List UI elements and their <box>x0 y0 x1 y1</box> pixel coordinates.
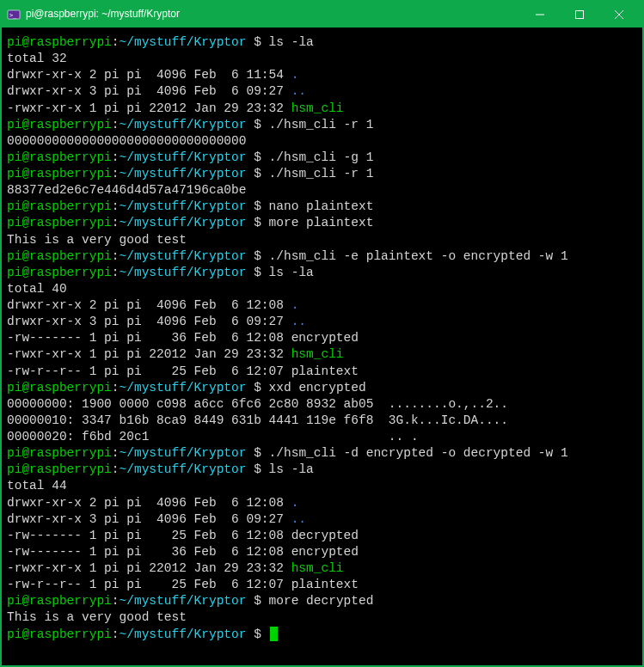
terminal-line: total 32 <box>7 51 637 67</box>
ls-perm: -rwxr-xr-x 1 pi pi 22012 Jan 29 23:32 <box>7 561 291 575</box>
terminal-line: pi@raspberrypi:~/mystuff/Kryptor $ ls -l… <box>7 34 637 51</box>
prompt-sep: : <box>112 167 120 181</box>
maximize-button[interactable] <box>560 2 599 28</box>
ls-perm: -rw------- 1 pi pi 36 Feb 6 12:08 <box>7 545 291 559</box>
prompt-end: $ <box>246 35 268 49</box>
prompt-userhost: pi@raspberrypi <box>7 594 112 608</box>
terminal-line: pi@raspberrypi:~/mystuff/Kryptor $ ./hsm… <box>7 150 637 166</box>
prompt-path: ~/mystuff/Kryptor <box>120 462 247 476</box>
terminal-line: 88377ed2e6c7e446d4d57a47196ca0be <box>7 182 637 199</box>
prompt-sep: : <box>112 249 120 263</box>
command-text: ./hsm_cli -d encrypted -o decrypted -w 1 <box>269 446 568 460</box>
close-button[interactable] <box>599 2 639 28</box>
terminal-line: drwxr-xr-x 3 pi pi 4096 Feb 6 09:27 .. <box>7 511 637 528</box>
prompt-end: $ <box>246 627 268 641</box>
ls-filename: hsm_cli <box>291 561 344 575</box>
prompt-userhost: pi@raspberrypi <box>7 199 112 213</box>
prompt-sep: : <box>112 381 120 395</box>
prompt-path: ~/mystuff/Kryptor <box>120 35 247 49</box>
prompt-userhost: pi@raspberrypi <box>7 150 112 164</box>
output-text: This is a very good test <box>7 610 187 624</box>
terminal-window: >_ pi@raspberrypi: ~/mystuff/Kryptor pi@… <box>0 0 644 667</box>
prompt-sep: : <box>112 199 120 213</box>
prompt-end: $ <box>246 249 268 263</box>
prompt-userhost: pi@raspberrypi <box>7 627 112 641</box>
prompt-path: ~/mystuff/Kryptor <box>120 216 247 229</box>
terminal-line: pi@raspberrypi:~/mystuff/Kryptor $ ./hsm… <box>7 117 637 133</box>
terminal-body[interactable]: pi@raspberrypi:~/mystuff/Kryptor $ ls -l… <box>2 28 642 665</box>
minimize-button[interactable] <box>520 2 560 28</box>
shell-prompt: pi@raspberrypi:~/mystuff/Kryptor $ <box>7 216 269 229</box>
maximize-icon <box>575 10 584 19</box>
terminal-line: pi@raspberrypi:~/mystuff/Kryptor $ xxd e… <box>7 380 637 396</box>
prompt-end: $ <box>246 150 268 164</box>
command-text: ls -la <box>269 462 314 476</box>
prompt-sep: : <box>112 594 120 608</box>
shell-prompt: pi@raspberrypi:~/mystuff/Kryptor $ <box>7 446 269 460</box>
ls-perm: drwxr-xr-x 3 pi pi 4096 Feb 6 09:27 <box>7 315 291 328</box>
terminal-line: -rwxr-xr-x 1 pi pi 22012 Jan 29 23:32 hs… <box>7 560 637 577</box>
prompt-userhost: pi@raspberrypi <box>7 462 112 476</box>
output-text: 00000000000000000000000000000000 <box>7 134 246 148</box>
terminal-line: 00000000: 1900 0000 c098 a6cc 6fc6 2c80 … <box>7 396 637 413</box>
ls-filename: . <box>291 298 299 312</box>
command-text: ./hsm_cli -r 1 <box>269 167 374 181</box>
command-text: ./hsm_cli -g 1 <box>269 150 374 164</box>
ls-filename: hsm_cli <box>291 101 344 115</box>
ls-filename: plaintext <box>291 364 359 378</box>
terminal-line: -rwxr-xr-x 1 pi pi 22012 Jan 29 23:32 hs… <box>7 346 637 363</box>
shell-prompt: pi@raspberrypi:~/mystuff/Kryptor $ <box>7 150 269 164</box>
ls-perm: drwxr-xr-x 3 pi pi 4096 Feb 6 09:27 <box>7 84 291 98</box>
ls-perm: drwxr-xr-x 3 pi pi 4096 Feb 6 09:27 <box>7 512 291 526</box>
ls-filename: . <box>291 68 299 82</box>
prompt-path: ~/mystuff/Kryptor <box>120 249 247 263</box>
ls-filename: encrypted <box>291 545 359 559</box>
terminal-line: This is a very good test <box>7 232 637 248</box>
prompt-userhost: pi@raspberrypi <box>7 446 112 460</box>
minimize-icon <box>536 10 544 19</box>
output-text: 00000020: f6bd 20c1 .. . <box>7 430 419 444</box>
close-icon <box>615 10 623 19</box>
ls-filename: decrypted <box>291 529 359 542</box>
prompt-end: $ <box>246 594 268 608</box>
terminal-line: 00000010: 3347 b16b 8ca9 8449 631b 4441 … <box>7 413 637 429</box>
ls-perm: -rw-r--r-- 1 pi pi 25 Feb 6 12:07 <box>7 364 291 378</box>
output-text: 00000000: 1900 0000 c098 a6cc 6fc6 2c80 … <box>7 397 508 411</box>
prompt-path: ~/mystuff/Kryptor <box>120 381 247 395</box>
prompt-end: $ <box>246 381 268 395</box>
terminal-line: drwxr-xr-x 2 pi pi 4096 Feb 6 11:54 . <box>7 67 637 83</box>
shell-prompt: pi@raspberrypi:~/mystuff/Kryptor $ <box>7 249 269 263</box>
terminal-line: pi@raspberrypi:~/mystuff/Kryptor $ nano … <box>7 199 637 215</box>
prompt-end: $ <box>246 118 268 132</box>
shell-prompt: pi@raspberrypi:~/mystuff/Kryptor $ <box>7 594 269 608</box>
output-text: total 32 <box>7 52 67 65</box>
terminal-line: 00000000000000000000000000000000 <box>7 133 637 150</box>
terminal-line: pi@raspberrypi:~/mystuff/Kryptor $ <box>7 627 637 643</box>
shell-prompt: pi@raspberrypi:~/mystuff/Kryptor $ <box>7 627 269 641</box>
prompt-end: $ <box>246 446 268 460</box>
command-text: ls -la <box>269 266 314 279</box>
titlebar[interactable]: >_ pi@raspberrypi: ~/mystuff/Kryptor <box>2 2 642 28</box>
app-icon: >_ <box>7 8 21 21</box>
prompt-path: ~/mystuff/Kryptor <box>120 199 247 213</box>
command-text: nano plaintext <box>269 199 374 213</box>
terminal-line: -rw------- 1 pi pi 36 Feb 6 12:08 encryp… <box>7 330 637 346</box>
prompt-userhost: pi@raspberrypi <box>7 381 112 395</box>
ls-perm: -rwxr-xr-x 1 pi pi 22012 Jan 29 23:32 <box>7 347 291 361</box>
terminal-line: -rwxr-xr-x 1 pi pi 22012 Jan 29 23:32 hs… <box>7 101 637 117</box>
ls-filename: . <box>291 496 299 510</box>
prompt-path: ~/mystuff/Kryptor <box>120 594 247 608</box>
ls-perm: -rwxr-xr-x 1 pi pi 22012 Jan 29 23:32 <box>7 101 291 115</box>
prompt-userhost: pi@raspberrypi <box>7 35 112 49</box>
terminal-line: pi@raspberrypi:~/mystuff/Kryptor $ more … <box>7 593 637 609</box>
svg-text:>_: >_ <box>9 12 17 19</box>
command-text: ls -la <box>269 35 314 49</box>
prompt-userhost: pi@raspberrypi <box>7 249 112 263</box>
prompt-end: $ <box>246 266 268 279</box>
shell-prompt: pi@raspberrypi:~/mystuff/Kryptor $ <box>7 381 269 395</box>
prompt-userhost: pi@raspberrypi <box>7 216 112 229</box>
ls-filename: .. <box>291 315 306 328</box>
terminal-line: -rw-r--r-- 1 pi pi 25 Feb 6 12:07 plaint… <box>7 364 637 380</box>
ls-perm: drwxr-xr-x 2 pi pi 4096 Feb 6 12:08 <box>7 496 291 510</box>
prompt-sep: : <box>112 150 120 164</box>
